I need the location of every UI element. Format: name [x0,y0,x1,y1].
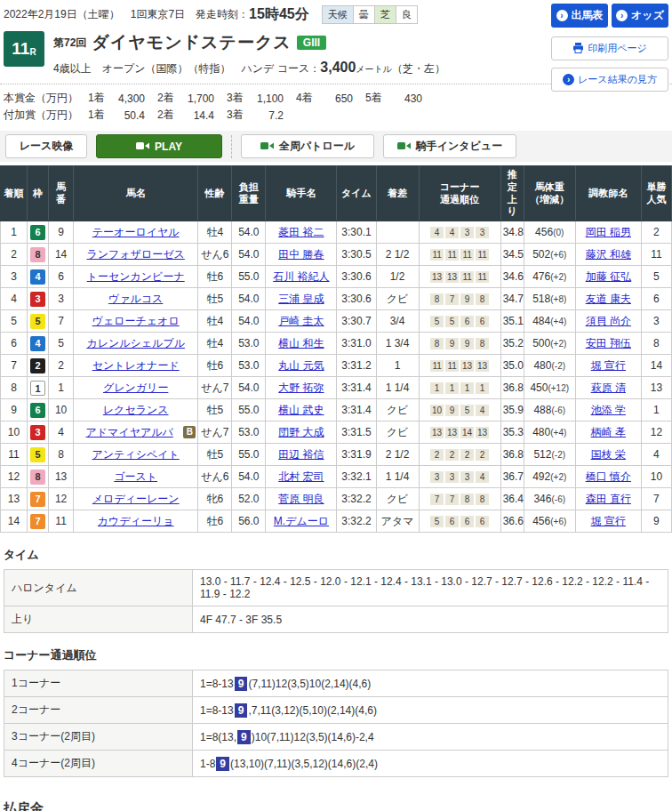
jockey-link[interactable]: 石川 裕紀人 [273,270,329,283]
patrol-video-button[interactable]: 全周パトロール [241,134,374,158]
race-number: 11 [12,39,29,59]
odds-button[interactable]: › オッズ [612,4,668,28]
trainer-link[interactable]: 堀 宣行 [591,515,626,527]
sex-age: 牝6 [198,488,232,510]
jockey-cell: 田中 勝春 [266,244,337,266]
finish-position: 12 [1,466,28,488]
trainer-link[interactable]: 友道 康夫 [586,293,631,305]
results-column-header: 性齢 [198,166,232,221]
play-button[interactable]: PLAY [96,134,222,158]
corner-position-value: 7 [445,293,459,305]
horse-name-link[interactable]: グレンガリー [103,381,168,394]
jockey-cell: 菱田 裕二 [266,221,337,244]
prize-amount: 650 [323,90,365,107]
trainer-link[interactable]: 萩原 清 [591,381,626,394]
corner-position-value: 13 [460,360,474,372]
corner-order-pre: 1-8 [200,758,215,770]
trainer-cell: 堀 宣行 [575,510,641,533]
corner-position-value: 6 [460,316,474,327]
trainer-link[interactable]: 国枝 栄 [591,448,626,461]
race-video-button[interactable]: レース映像 [5,134,87,158]
jockey-link[interactable]: 横山 武史 [278,404,324,416]
jockey-link[interactable]: 丸山 元気 [278,359,324,372]
horse-name-link[interactable]: ゴースト [114,470,157,483]
corner-position-value: 8 [476,494,489,505]
prize-place-label: 3着 [227,107,253,124]
corner-position-value: 8 [430,338,444,349]
jockey-link[interactable]: 北村 宏司 [278,470,324,483]
carried-weight: 55.0 [232,444,266,466]
trainer-cell: 国枝 栄 [575,444,641,466]
corner-position-value: 7 [430,494,444,505]
trainer-link[interactable]: 藤沢 和雄 [586,248,631,261]
jockey-link[interactable]: 団野 大成 [278,426,324,438]
jockey-link[interactable]: 大野 拓弥 [278,381,324,394]
horse-name-link[interactable]: レクセランス [103,404,169,416]
final-3f-time: 34.5 [500,244,524,266]
trainer-cell: 橋口 慎介 [575,466,641,488]
horse-name-link[interactable]: ヴァルコス [108,293,163,305]
shutsuba-button[interactable]: › 出馬表 [551,4,608,28]
corner-positions: 7788 [419,488,500,510]
jockey-link[interactable]: 横山 和生 [278,337,324,349]
result-guide-button[interactable]: › レース結果の見方 [551,68,668,92]
horse-name-link[interactable]: アドマイヤアルバ [86,426,173,438]
horse-name-link[interactable]: カレンルシェルブル [86,337,185,349]
results-column-header: 着差 [376,166,419,221]
horse-name-link[interactable]: セントレオナード [92,359,180,372]
bracket-cell: 1 [28,377,49,399]
print-page-button[interactable]: 印刷用ページ [551,36,668,60]
horse-name-link[interactable]: メロディーレーン [92,493,180,505]
carried-weight: 54.0 [232,466,266,488]
trainer-link[interactable]: 堀 宣行 [591,359,626,372]
jockey-link[interactable]: 菅原 明良 [278,493,324,505]
horse-name-link[interactable]: カウディーリョ [98,515,174,527]
jockey-interview-button[interactable]: 騎手インタビュー [383,134,516,158]
trainer-link[interactable]: 岡田 稲男 [586,226,631,238]
carried-weight: 54.0 [232,288,266,310]
trainer-link[interactable]: 森田 直行 [586,493,631,505]
jockey-link[interactable]: 田中 勝春 [278,248,324,261]
sex-age: せん6 [198,244,232,266]
trainer-link[interactable]: 須貝 尚介 [586,315,631,327]
corner-position-value: 13 [445,271,459,283]
win-popularity: 9 [641,510,671,533]
trainer-link[interactable]: 安田 翔伍 [586,337,631,349]
jockey-cell: 横山 武史 [266,399,337,422]
horse-name-link[interactable]: ヴェローチェオロ [92,315,180,327]
horse-name-link[interactable]: テーオーロイヤル [92,226,180,238]
jockey-link[interactable]: 田辺 裕信 [278,448,324,461]
horse-weight-diff: (0) [553,228,564,237]
horse-weight: 480(-2) [524,355,575,377]
horse-number: 14 [49,244,74,266]
trainer-link[interactable]: 柄崎 孝 [591,426,626,438]
jockey-link[interactable]: 三浦 皇成 [278,293,324,305]
finish-position: 7 [1,355,28,377]
horse-weight-diff: (+4) [550,428,566,438]
corner-label: 4コーナー(2周目) [4,751,193,777]
lap-time-row: ハロンタイム13.0 - 11.7 - 12.4 - 12.5 - 12.0 -… [4,570,668,606]
jockey-link[interactable]: 戸崎 圭太 [278,315,324,327]
jockey-link[interactable]: 菱田 裕二 [278,226,324,238]
horse-weight-diff: (+6) [550,517,566,526]
bracket-badge: 7 [30,514,45,529]
corner-position-value: 4 [430,227,444,238]
horse-number: 7 [49,310,74,333]
margin: 1 3/4 [376,333,419,355]
trainer-link[interactable]: 橋口 慎介 [586,470,631,483]
win-popularity: 3 [641,310,671,333]
bracket-badge: 4 [30,336,45,351]
corner-position-value: 4 [476,471,489,483]
trainer-link[interactable]: 加藤 征弘 [586,270,631,283]
race-name: ダイヤモンドステークス [92,31,291,54]
prize-amount: 14.4 [184,107,227,124]
horse-weight: 500(+2) [524,333,575,355]
sex-age: 牡6 [198,510,232,533]
horse-name-link[interactable]: トーセンカンビーナ [87,270,185,283]
jockey-link[interactable]: M.デムーロ [274,515,329,527]
trainer-link[interactable]: 池添 学 [591,404,626,416]
horse-name-link[interactable]: アンティシペイト [92,448,180,461]
horse-name-link[interactable]: ランフォザローゼス [87,248,185,261]
finish-position: 13 [1,488,28,510]
course-detail: （芝・左） [392,62,445,75]
